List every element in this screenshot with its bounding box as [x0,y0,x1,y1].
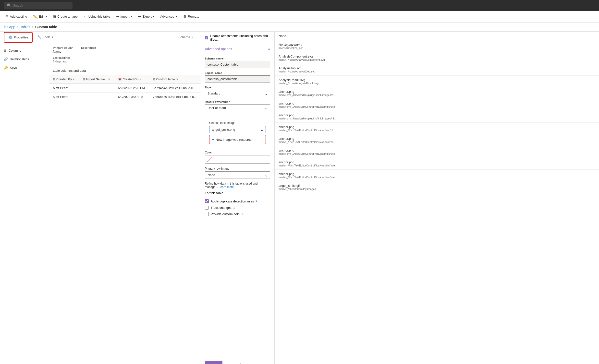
cell-created-on: 6/9/2022 3:09 PM [114,93,149,101]
breadcrumb-sep1: › [17,25,18,29]
provide-custom-help-info-icon[interactable]: ℹ [242,212,243,216]
edit-button[interactable]: ✏️ Edit ▾ [31,13,49,20]
export-icon: ➡ [138,14,141,19]
choose-image-label: Choose table image [209,121,266,125]
dropdown-list-item[interactable]: anchor.pngmsdyncrm_/libs/ckeditor/plugin… [275,111,599,123]
col-created-by[interactable]: ⊞Created By ∨ [49,75,79,84]
data-table: ⊞Created By ∨ ⊞Import Seque... ∨ 📅Create… [49,75,201,101]
sidebar-item-relationships[interactable]: 🔗 Relationships [0,55,49,63]
create-app-button[interactable]: ⊞ Create an app [50,13,80,20]
using-this-table-button[interactable]: ← Using this table [81,13,113,20]
learn-more-link[interactable]: Learn more [219,185,234,189]
export-caret: ▾ [153,15,154,18]
dropdown-list-item[interactable]: None [275,32,599,40]
cell-import-sequence [79,93,114,101]
logical-name-input[interactable] [205,75,270,82]
export-button[interactable]: ➡ Export ▾ [135,13,157,20]
record-ownership-field: Record ownership * User or team Organiza… [205,100,270,111]
advanced-button[interactable]: Advanced ▾ [158,13,180,20]
add-icon: ⊞ [5,14,9,19]
apply-duplicate-label: Apply duplicate detection rules [211,200,254,203]
tab-tools[interactable]: 🔧 Tools ▾ [34,32,57,42]
color-label: Color [205,151,270,154]
import-button[interactable]: ⬅ Import ▾ [114,13,135,20]
primary-row-image-select[interactable]: None [205,171,270,178]
color-input-row [205,155,270,164]
dropdown-list-item[interactable]: anchor.pngmsdyn_/RichTextEditorControl/l… [275,158,599,170]
table-row[interactable]: Matt Peart 6/9/2022 3:09 PM 7b55b4d9-40e… [49,93,201,101]
color-input[interactable] [214,156,270,163]
app-icon: ⊞ [53,14,56,19]
dropdown-list-item[interactable]: angel_smile.gifmsdyn_/ckeditor/smiley/im… [275,181,599,193]
checkboxes-group: Apply duplicate detection rules ℹ Track … [201,196,274,221]
dropdown-item-name: AnalysisResult.svg [279,78,595,82]
dropdown-list-item[interactable]: AnalysisJob.svgmsdyn_/Icons/AnalysisJob.… [275,64,599,76]
track-changes-label: Track changes [211,206,232,210]
dropdown-list-item[interactable]: anchor.pngmsdyncrm_/AssistEditControl/KB… [275,99,599,111]
track-changes-checkbox[interactable] [205,206,209,210]
enable-attachments-label: Enable attachments (including notes and … [210,34,270,41]
table-row[interactable]: Matt Peart 6/23/2022 2:20 PM 6a794b4c-3a… [49,84,201,93]
primary-column-value: Name [53,50,73,53]
cell-created-on: 6/23/2022 2:20 PM [114,84,149,93]
image-select[interactable]: angel_smile.png None [209,126,266,133]
last-modified-value: 6 days ago [53,60,71,63]
dropdown-item-name: anchor.png [279,90,595,94]
provide-custom-help-checkbox[interactable] [205,212,209,216]
save-button[interactable]: Save [205,361,222,364]
primary-row-image-label: Primary row image [205,167,270,170]
col-created-on[interactable]: 📅Created On ∨ [114,75,149,84]
color-section: Color [201,151,274,167]
dropdown-list-item[interactable]: anchor.pngmsdyncrm_/libs/ckeditor/plugin… [275,87,599,99]
type-field: Type * Standard Activity Virtual [205,86,270,97]
col-import-sequence[interactable]: ⊞Import Seque... ∨ [79,75,114,84]
cancel-button[interactable]: Cancel [225,361,246,364]
ownership-required: * [229,100,230,103]
remove-button[interactable]: 🗑 Remo... [181,13,202,20]
tab-schema[interactable]: Schema ℹ [174,32,197,42]
table-area: Primary column Name Description Last mod… [49,43,201,364]
tab-properties[interactable]: ⚙️ Properties [4,32,33,43]
apply-duplicate-info-icon[interactable]: ℹ [256,200,257,203]
dropdown-list-item[interactable]: anchor.pngmsdyn_/RichTextEditorControl/l… [275,170,599,181]
dropdown-list-item[interactable]: anchor.pngmsdyn_/RichTextEditorControl/l… [275,123,599,134]
table-info: Primary column Name Description Last mod… [49,43,201,66]
tab-bar: ⚙️ Properties 🔧 Tools ▾ Schema ℹ [0,32,201,43]
enable-attachments-checkbox[interactable] [205,36,208,40]
schema-name-input[interactable] [205,61,270,68]
breadcrumb-app[interactable]: les App [4,25,15,29]
advanced-options-header[interactable]: Advanced options ∧ [201,44,274,54]
record-ownership-select[interactable]: User or team Organization [205,104,270,111]
right-panel: NoneNo display nameaccessChecker_iconAna… [274,32,599,364]
col-custom-table[interactable]: ⊞Custom table *∨ [149,75,201,84]
color-swatch-inner [207,157,212,162]
dropdown-list-item[interactable]: anchor.pngmsdyn_/RichTextEditorControl/l… [275,134,599,146]
dropdown-list-item[interactable]: anchor.pngmsdyncrm_/AssistEditControl/KB… [275,146,599,158]
dropdown-item-path: msdyn_/ckeditor/smiley/images... [279,188,347,190]
cell-custom-table: 6a794b4c-3af3-ec11-bb3d-0... [149,84,201,93]
sidebar-item-columns[interactable]: ⊞ Columns [0,46,49,55]
breadcrumb-tables[interactable]: Tables [20,25,30,29]
add-existing-button[interactable]: ⊞ Add existing [3,13,30,20]
apply-duplicate-checkbox[interactable] [205,199,209,203]
dropdown-list-item[interactable]: AnalysisResult.svgmsdyn_/Icons/AnalysisR… [275,76,599,87]
schema-required: * [223,57,224,60]
cell-created-by: Matt Peart [49,84,79,93]
dropdown-list-item[interactable]: AnalysisComponent.svgmsdyn_/Icons/Analys… [275,52,599,64]
track-changes-info-icon[interactable]: ℹ [233,206,235,209]
enable-attachments-row: Enable attachments (including notes and … [201,32,274,44]
type-select[interactable]: Standard Activity Virtual [205,90,270,97]
import-icon: ⬅ [116,14,119,19]
sidebar-item-keys[interactable]: 🔑 Keys [0,63,49,72]
search-input[interactable] [13,4,62,7]
last-modified-label: Last modified [53,56,71,59]
data-section-title: table columns and data [49,66,201,75]
color-swatch[interactable] [205,155,214,163]
new-image-web-resource-btn[interactable]: + New image web resource [209,135,266,144]
cell-import-sequence [79,84,114,93]
dropdown-item-name: anchor.png [279,125,595,129]
dropdown-list-item[interactable]: No display nameaccessChecker_icon [275,40,599,52]
dropdown-item-path: msdyn_/Icons/AnalysisResult.svg [279,82,347,85]
dropdown-item-name: angel_smile.gif [279,184,595,188]
search-box[interactable]: 🔍 [4,2,73,9]
